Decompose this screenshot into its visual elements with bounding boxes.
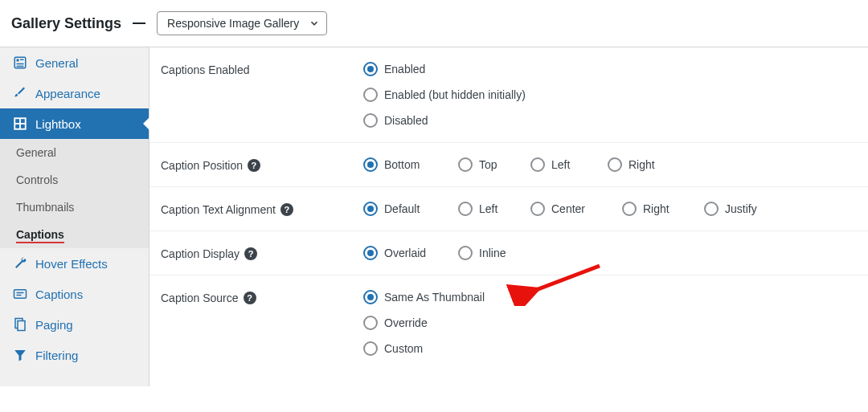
panel-icon: [13, 55, 27, 70]
lightbox-subnav: General Controls Thumbnails Captions: [0, 139, 149, 248]
help-icon[interactable]: ?: [280, 203, 293, 216]
radio-bottom[interactable]: Bottom: [363, 157, 424, 172]
radio-custom[interactable]: Custom: [363, 341, 868, 356]
svg-rect-1: [17, 59, 19, 62]
radio-input[interactable]: [363, 157, 378, 172]
radio-input[interactable]: [458, 246, 473, 260]
settings-content: Captions Enabled Enabled Enabled (but hi…: [149, 47, 868, 386]
radio-inline[interactable]: Inline: [458, 246, 506, 260]
radio-align-justify[interactable]: Justify: [704, 202, 757, 216]
radio-input[interactable]: [530, 202, 545, 216]
sidebar-item-general[interactable]: General: [0, 47, 149, 78]
radio-same-as-thumbnail[interactable]: Same As Thumbnail: [363, 290, 868, 304]
radio-align-left[interactable]: Left: [458, 202, 497, 216]
settings-sidebar: General Appearance Lightbox General Cont…: [0, 47, 149, 386]
subnav-item-general[interactable]: General: [0, 139, 149, 166]
grid-icon: [13, 116, 27, 131]
page-header: Gallery Settings Responsive Image Galler…: [0, 0, 868, 47]
radio-disabled[interactable]: Disabled: [363, 113, 868, 128]
radio-enabled[interactable]: Enabled: [363, 62, 868, 76]
radio-input[interactable]: [458, 157, 473, 172]
pages-icon: [13, 317, 27, 332]
radio-input[interactable]: [704, 202, 719, 216]
sidebar-item-lightbox[interactable]: Lightbox: [0, 108, 149, 139]
radio-overlaid[interactable]: Overlaid: [363, 246, 424, 260]
sidebar-item-captions[interactable]: Captions: [0, 279, 149, 309]
sidebar-item-label: General: [35, 56, 78, 70]
radio-input[interactable]: [622, 202, 637, 216]
sidebar-item-label: Captions: [35, 288, 83, 301]
dropdown-value: Responsive Image Gallery: [167, 17, 299, 30]
svg-rect-12: [18, 321, 25, 331]
setting-label: Caption Source ?: [161, 290, 363, 356]
setting-captions-enabled: Captions Enabled Enabled Enabled (but hi…: [149, 47, 868, 143]
setting-label: Caption Display ?: [161, 246, 363, 260]
radio-input[interactable]: [530, 157, 545, 172]
setting-caption-position: Caption Position ? Bottom Top Left Right: [149, 143, 868, 187]
sidebar-item-paging[interactable]: Paging: [0, 309, 149, 340]
radio-align-right[interactable]: Right: [622, 202, 670, 216]
sidebar-item-filtering[interactable]: Filtering: [0, 340, 149, 370]
sidebar-item-appearance[interactable]: Appearance: [0, 78, 149, 108]
setting-caption-source: Caption Source ? Same As Thumbnail Overr…: [149, 275, 868, 370]
subnav-item-captions[interactable]: Captions: [0, 221, 149, 248]
setting-label: Caption Text Alignment ?: [161, 202, 363, 216]
sidebar-item-hover-effects[interactable]: Hover Effects: [0, 248, 149, 279]
sidebar-item-label: Paging: [35, 318, 73, 332]
radio-left[interactable]: Left: [530, 157, 574, 172]
svg-rect-8: [14, 290, 27, 299]
radio-default[interactable]: Default: [363, 202, 424, 216]
radio-input[interactable]: [363, 202, 378, 216]
setting-caption-text-alignment: Caption Text Alignment ? Default Left Ce…: [149, 187, 868, 231]
chevron-down-icon: [309, 18, 320, 29]
subnav-item-thumbnails[interactable]: Thumbnails: [0, 194, 149, 221]
sidebar-item-label: Lightbox: [35, 117, 81, 131]
radio-input[interactable]: [363, 88, 378, 102]
brush-icon: [13, 86, 27, 100]
setting-label: Caption Position ?: [161, 157, 363, 172]
radio-input[interactable]: [363, 341, 378, 356]
radio-input[interactable]: [363, 290, 378, 304]
radio-input[interactable]: [363, 62, 378, 76]
caption-icon: [13, 287, 27, 301]
radio-input[interactable]: [363, 246, 378, 260]
radio-enabled-hidden[interactable]: Enabled (but hidden initially): [363, 88, 868, 102]
setting-label: Captions Enabled: [161, 62, 363, 128]
sidebar-item-label: Hover Effects: [35, 257, 108, 271]
subnav-item-controls[interactable]: Controls: [0, 166, 149, 194]
radio-input[interactable]: [363, 113, 378, 128]
help-icon[interactable]: ?: [248, 159, 260, 172]
sidebar-item-label: Appearance: [35, 87, 100, 100]
wrench-icon: [13, 256, 27, 271]
radio-input[interactable]: [608, 157, 622, 172]
help-icon[interactable]: ?: [244, 292, 256, 304]
setting-caption-display: Caption Display ? Overlaid Inline: [149, 231, 868, 275]
radio-override[interactable]: Override: [363, 316, 868, 330]
radio-align-center[interactable]: Center: [530, 202, 588, 216]
sidebar-item-label: Filtering: [35, 349, 78, 362]
radio-input[interactable]: [458, 202, 473, 216]
radio-input[interactable]: [363, 316, 378, 330]
help-icon[interactable]: ?: [244, 247, 257, 260]
gallery-select-dropdown[interactable]: Responsive Image Gallery: [157, 11, 327, 35]
radio-top[interactable]: Top: [458, 157, 497, 172]
title-separator: [133, 22, 145, 24]
page-title: Gallery Settings: [11, 15, 121, 32]
filter-icon: [13, 348, 27, 362]
radio-right[interactable]: Right: [608, 157, 655, 172]
